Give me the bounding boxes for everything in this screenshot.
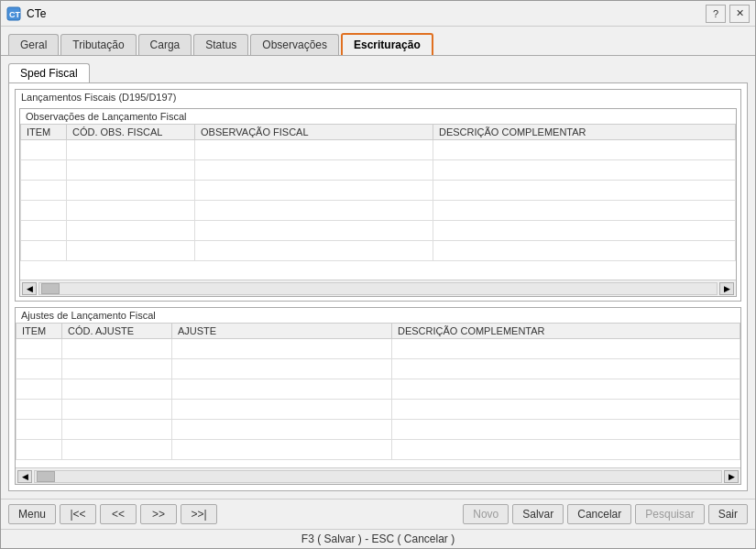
content-area: Sped Fiscal Lançamentos Fiscais (D195/D1…: [1, 56, 755, 499]
tab-carga[interactable]: Carga: [138, 34, 192, 55]
obs-scrollbar: ◀ ▶: [20, 280, 736, 296]
app-icon: CT: [6, 6, 21, 21]
table-row: [16, 420, 740, 440]
lancamentos-fiscais-box: Lançamentos Fiscais (D195/D197) Observaç…: [15, 89, 741, 302]
ajuste-col-cod: CÓD. AJUSTE: [62, 324, 172, 339]
help-button[interactable]: ?: [706, 5, 726, 23]
table-row: [21, 241, 736, 261]
last-button[interactable]: >>|: [181, 504, 217, 524]
obs-col-obs: OBSERVAÇÃO FISCAL: [195, 125, 433, 140]
table-row: [21, 181, 736, 201]
bottom-toolbar: Menu |<< << >> >>| Novo Salvar Cancelar …: [1, 499, 755, 529]
ajustes-scroll-right[interactable]: ▶: [724, 470, 739, 483]
table-row: [21, 160, 736, 181]
obs-col-cod: CÓD. OBS. FISCAL: [67, 125, 195, 140]
cancelar-button[interactable]: Cancelar: [567, 504, 631, 524]
lancamentos-fiscais-title: Lançamentos Fiscais (D195/D197): [16, 90, 740, 104]
status-bar: F3 ( Salvar ) - ESC ( Cancelar ): [1, 529, 755, 548]
table-row: [21, 221, 736, 241]
ajustes-table-wrap[interactable]: ITEM CÓD. AJUSTE AJUSTE DESCRIÇÃO COMPLE…: [16, 323, 740, 467]
table-row: [21, 140, 736, 160]
table-row: [16, 440, 740, 460]
close-button[interactable]: ✕: [729, 5, 750, 23]
obs-table-container: ITEM CÓD. OBS. FISCAL OBSERVAÇÃO FISCAL …: [20, 124, 736, 296]
table-row: [21, 201, 736, 221]
table-row: [16, 379, 740, 400]
first-button[interactable]: |<<: [60, 504, 96, 524]
obs-table-wrap[interactable]: ITEM CÓD. OBS. FISCAL OBSERVAÇÃO FISCAL …: [20, 124, 736, 280]
ajuste-col-desc: DESCRIÇÃO COMPLEMENTAR: [392, 324, 740, 339]
prev-button[interactable]: <<: [100, 504, 137, 524]
table-row: [16, 400, 740, 420]
obs-scroll-thumb: [41, 283, 60, 294]
tab-escrituracao[interactable]: Escrituração: [341, 33, 433, 55]
next-button[interactable]: >>: [140, 504, 177, 524]
ajustes-scroll-track[interactable]: [34, 470, 722, 483]
ajustes-table: ITEM CÓD. AJUSTE AJUSTE DESCRIÇÃO COMPLE…: [16, 323, 740, 460]
ajustes-scrollbar: ◀ ▶: [16, 467, 740, 484]
novo-button[interactable]: Novo: [463, 504, 509, 524]
ajustes-title: Ajustes de Lançamento Fiscal: [16, 308, 740, 323]
ajustes-table-container: ITEM CÓD. AJUSTE AJUSTE DESCRIÇÃO COMPLE…: [16, 323, 740, 484]
obs-col-item: ITEM: [21, 125, 67, 140]
sair-button[interactable]: Sair: [708, 504, 748, 524]
svg-text:CT: CT: [9, 10, 20, 19]
title-bar: CT CTe ? ✕: [1, 1, 755, 27]
table-row: [16, 339, 740, 359]
obs-scroll-right[interactable]: ▶: [719, 282, 734, 295]
menu-button[interactable]: Menu: [8, 504, 56, 524]
tab-geral[interactable]: Geral: [8, 34, 59, 55]
obs-table: ITEM CÓD. OBS. FISCAL OBSERVAÇÃO FISCAL …: [20, 124, 736, 261]
obs-scroll-track[interactable]: [38, 282, 718, 295]
ajuste-col-item: ITEM: [16, 324, 62, 339]
obs-scroll-left[interactable]: ◀: [22, 282, 37, 295]
ajustes-scroll-thumb: [37, 471, 55, 482]
ajustes-scroll-left[interactable]: ◀: [17, 470, 32, 483]
obs-lancamento-title: Observações de Lançamento Fiscal: [20, 109, 736, 124]
inner-tab-bar: Sped Fiscal: [8, 63, 748, 82]
ajustes-lancamento-box: Ajustes de Lançamento Fiscal ITEM CÓD. A…: [15, 307, 741, 485]
sped-fiscal-panel: Lançamentos Fiscais (D195/D197) Observaç…: [8, 82, 748, 491]
status-text: F3 ( Salvar ) - ESC ( Cancelar ): [301, 533, 455, 545]
obs-col-desc: DESCRIÇÃO COMPLEMENTAR: [433, 125, 736, 140]
tab-observacoes[interactable]: Observações: [250, 34, 339, 55]
tab-status[interactable]: Status: [193, 34, 248, 55]
tab-bar: Geral Tributação Carga Status Observaçõe…: [1, 27, 755, 56]
salvar-button[interactable]: Salvar: [512, 504, 564, 524]
main-window: CT CTe ? ✕ Geral Tributação Carga Status…: [0, 0, 756, 549]
ajuste-col-ajuste: AJUSTE: [172, 324, 392, 339]
pesquisar-button[interactable]: Pesquisar: [635, 504, 704, 524]
table-row: [16, 359, 740, 379]
inner-tab-sped-fiscal[interactable]: Sped Fiscal: [8, 63, 90, 82]
window-title: CTe: [27, 7, 46, 20]
tab-tributacao[interactable]: Tributação: [60, 34, 136, 55]
